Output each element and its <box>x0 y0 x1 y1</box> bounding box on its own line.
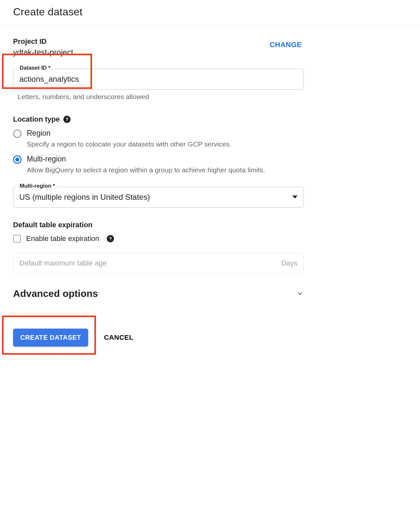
max-table-age-field: Default maximum table age Days <box>13 253 304 274</box>
svg-text:?: ? <box>109 236 112 241</box>
enable-expiration-checkbox[interactable] <box>13 235 21 243</box>
radio-multiregion[interactable] <box>13 155 22 164</box>
max-table-age-placeholder: Default maximum table age <box>19 259 107 267</box>
chevron-down-icon <box>292 196 298 198</box>
expiration-checkbox-row: Enable table expiration ? <box>13 234 420 243</box>
advanced-options-toggle[interactable]: Advanced options <box>13 288 304 299</box>
create-dataset-button[interactable]: CREATE DATASET <box>13 329 88 347</box>
radio-multiregion-row: Multi-region Allow BigQuery to select a … <box>13 155 304 175</box>
radio-multiregion-desc: Allow BigQuery to select a region within… <box>27 165 265 175</box>
multiregion-select-value: US (multiple regions in United States) <box>19 193 150 202</box>
max-table-age-unit: Days <box>281 259 298 267</box>
project-id-value: ydtak-test-project <box>13 48 73 57</box>
page-title: Create dataset <box>13 6 420 18</box>
dataset-id-helper: Letters, numbers, and underscores allowe… <box>18 93 304 101</box>
chevron-down-icon <box>297 290 304 297</box>
radio-multiregion-label: Multi-region <box>27 155 265 163</box>
radio-region-desc: Specify a region to colocate your datase… <box>27 140 231 149</box>
help-icon[interactable]: ? <box>63 115 71 123</box>
dataset-id-field: Dataset ID * <box>13 69 304 90</box>
expiration-title: Default table expiration <box>13 221 420 229</box>
footer-actions: CREATE DATASET CANCEL <box>13 329 420 347</box>
radio-region-label: Region <box>27 129 231 138</box>
multiregion-select-field: Multi-region * US (multiple regions in U… <box>13 187 304 208</box>
dataset-id-input[interactable] <box>13 69 304 90</box>
cancel-button[interactable]: CANCEL <box>102 333 136 342</box>
dataset-id-label: Dataset ID * <box>18 65 52 71</box>
expiration-title-label: Default table expiration <box>13 221 92 229</box>
radio-region[interactable] <box>13 129 22 138</box>
project-id-row: Project ID ydtak-test-project CHANGE <box>13 37 304 57</box>
project-id-label: Project ID <box>13 37 73 46</box>
radio-region-row: Region Specify a region to colocate your… <box>13 129 304 149</box>
change-project-button[interactable]: CHANGE <box>268 37 304 49</box>
help-icon[interactable]: ? <box>106 235 114 243</box>
multiregion-select[interactable]: US (multiple regions in United States) <box>13 187 304 208</box>
multiregion-select-label: Multi-region * <box>18 183 57 189</box>
location-type-label: Location type <box>13 115 60 124</box>
enable-expiration-label: Enable table expiration <box>26 234 99 243</box>
svg-text:?: ? <box>65 116 68 122</box>
location-type-title: Location type ? <box>13 115 420 124</box>
advanced-options-label: Advanced options <box>13 288 98 299</box>
divider <box>0 25 420 26</box>
